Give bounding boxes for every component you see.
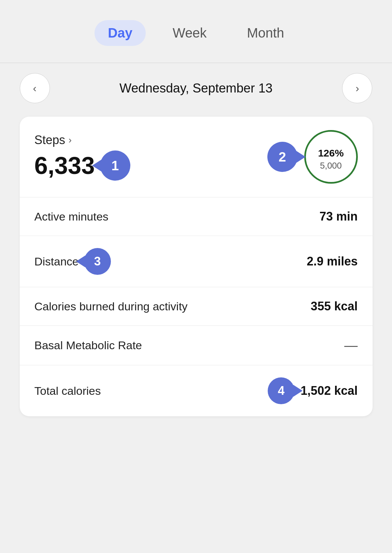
total-calories-right: 4 1,502 kcal [268,377,357,404]
annotation-4-label: 4 [278,384,284,398]
distance-value: 2.9 miles [307,254,357,268]
steps-value: 6,333 [35,152,95,179]
active-minutes-label: Active minutes [35,210,109,223]
goal-percent-symbol: % [335,147,344,159]
distance-label: Distance 3 [35,248,111,275]
active-minutes-row[interactable]: Active minutes 73 min [20,197,373,236]
total-calories-label-text: Total calories [35,384,101,397]
steps-chevron-icon: › [69,135,72,145]
bmr-label: Basal Metabolic Rate [35,339,142,352]
date-navigation: ‹ Wednesday, September 13 › [20,73,373,103]
distance-label-text: Distance [35,255,79,268]
tab-month[interactable]: Month [234,20,298,46]
steps-label-text: Steps [35,133,65,147]
tab-divider [0,63,392,63]
goal-target: 5,000 [320,161,342,171]
annotation-2-label: 2 [278,149,286,165]
annotation-3-circle: 3 [84,248,111,275]
steps-left: Steps › 6,333 1 [35,133,130,181]
active-minutes-value: 73 min [319,209,357,224]
prev-date-button[interactable]: ‹ [20,73,50,103]
annotation-1-circle: 1 [100,150,130,181]
distance-row[interactable]: Distance 3 2.9 miles [20,236,373,287]
goal-percent: 126% [318,143,344,159]
annotation-2-circle: 2 [267,142,298,172]
calories-activity-label: Calories burned during activity [35,300,188,313]
calories-activity-row[interactable]: Calories burned during activity 355 kcal [20,287,373,326]
annotation-1-label: 1 [112,158,119,173]
total-calories-row[interactable]: Total calories 4 1,502 kcal [20,365,373,416]
annotation-3-label: 3 [94,254,101,268]
current-date: Wednesday, September 13 [120,81,273,96]
tab-bar: Day Week Month [0,13,392,53]
steps-section: Steps › 6,333 1 2 126% 5,000 [20,117,373,197]
bmr-row[interactable]: Basal Metabolic Rate — [20,326,373,365]
goal-percent-value: 126 [318,147,335,159]
total-calories-value: 1,502 kcal [301,384,357,398]
bmr-value: — [344,338,358,353]
steps-right: 2 126% 5,000 [267,130,358,184]
annotation-4-circle: 4 [268,377,295,404]
steps-label[interactable]: Steps › [35,133,130,147]
next-date-button[interactable]: › [342,73,372,103]
calories-activity-value: 355 kcal [311,299,357,313]
main-card: Steps › 6,333 1 2 126% 5,000 Acti [20,117,373,416]
tab-day[interactable]: Day [94,20,146,46]
steps-value-row: 6,333 1 [35,150,130,181]
total-calories-label: Total calories [35,384,101,397]
tab-week[interactable]: Week [159,20,220,46]
goal-circle: 126% 5,000 [304,130,358,184]
